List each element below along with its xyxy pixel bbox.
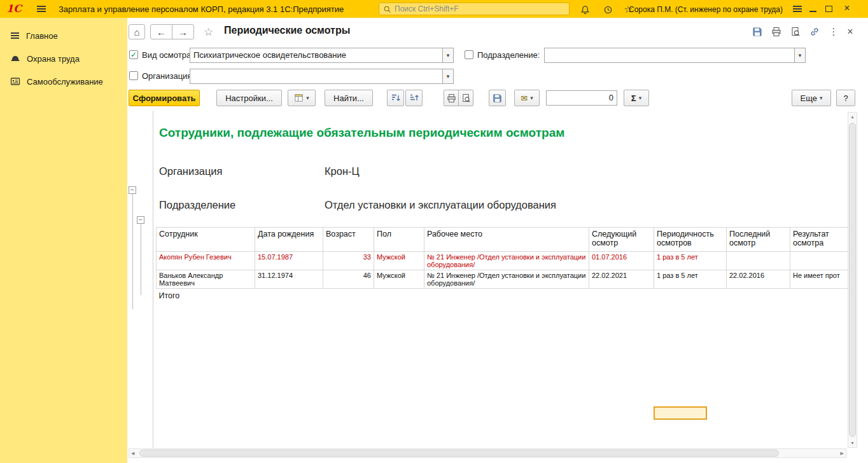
selected-cell[interactable] xyxy=(654,406,707,420)
sidebar-item-labor-safety[interactable]: Охрана труда xyxy=(0,47,127,70)
sidebar-item-self-service[interactable]: Самообслуживание xyxy=(0,70,127,93)
col-header-age[interactable]: Возраст xyxy=(323,228,374,252)
save-icon[interactable] xyxy=(751,25,764,38)
col-header-periodicity[interactable]: Периодичность осмотров xyxy=(654,228,727,252)
collapse-group-button[interactable]: − xyxy=(129,186,136,194)
scroll-left-icon[interactable]: ◀ xyxy=(131,451,134,456)
report-variants-button[interactable]: ▾ xyxy=(288,90,316,106)
forward-button[interactable]: → xyxy=(172,24,194,39)
cell-employee[interactable]: Акопян Рубен Гезевич xyxy=(157,252,255,270)
sidebar-item-label: Охрана труда xyxy=(27,54,80,64)
back-button[interactable]: ← xyxy=(150,24,172,39)
cell-next-inspection[interactable]: 22.02.2021 xyxy=(589,270,654,289)
window-minimize-button[interactable] xyxy=(809,11,816,12)
chevron-down-icon[interactable]: ▾ xyxy=(443,48,454,63)
help-button[interactable]: ? xyxy=(836,90,855,106)
organization-checkbox[interactable] xyxy=(129,71,138,80)
find-button[interactable]: Найти... xyxy=(325,90,373,106)
report-canvas: − − Сотрудники, подлежащие обязательным … xyxy=(127,111,857,448)
col-header-workplace[interactable]: Рабочее место xyxy=(424,228,589,252)
print-icon[interactable] xyxy=(770,25,783,38)
department-label: Подразделение: xyxy=(477,50,540,60)
table-row[interactable]: Ваньков Александр Матвеевич 31.12.1974 4… xyxy=(157,270,851,289)
horizontal-scrollbar-thumb[interactable] xyxy=(139,450,779,457)
cell-result[interactable]: Не имеет прот xyxy=(790,270,851,289)
envelope-icon: ✉ xyxy=(521,93,528,103)
department-combobox[interactable]: ▾ xyxy=(544,48,806,63)
table-row[interactable]: Акопян Рубен Гезевич 15.07.1987 33 Мужск… xyxy=(157,252,851,270)
print-button[interactable] xyxy=(444,90,459,106)
cell-age[interactable]: 46 xyxy=(323,270,374,289)
scroll-up-icon[interactable]: ▲ xyxy=(848,114,857,119)
horizontal-scrollbar[interactable]: ◀ ▶ xyxy=(129,448,846,458)
autosum-button[interactable]: Σ ▾ xyxy=(624,90,649,106)
department-value[interactable] xyxy=(544,48,795,63)
col-header-next-inspection[interactable]: Следующий осмотр xyxy=(589,228,654,252)
cell-workplace[interactable]: № 21 Инженер /Отдел установки и эксплуат… xyxy=(424,270,589,289)
preview-button[interactable] xyxy=(458,90,473,106)
service-menu-icon[interactable] xyxy=(793,8,802,10)
close-form-icon[interactable]: × xyxy=(844,25,857,38)
inspection-type-value[interactable]: Психиатрическое освидетельствование xyxy=(190,48,443,63)
home-button[interactable]: ⌂ xyxy=(129,24,145,39)
more-actions-icon[interactable]: ⋮ xyxy=(827,25,840,38)
col-header-employee[interactable]: Сотрудник xyxy=(157,228,255,252)
generate-button[interactable]: Сформировать xyxy=(129,90,200,106)
print-preview-icon[interactable] xyxy=(789,25,802,38)
cell-workplace[interactable]: № 21 Инженер /Отдел установки и эксплуат… xyxy=(424,252,589,270)
link-icon[interactable] xyxy=(808,25,821,38)
cell-periodicity[interactable]: 1 раз в 5 лет xyxy=(654,270,727,289)
cell-employee[interactable]: Ваньков Александр Матвеевич xyxy=(157,270,255,289)
organization-row-label[interactable]: Организация xyxy=(159,165,223,177)
sidebar-item-main[interactable]: Главное xyxy=(0,24,127,47)
window-restore-button[interactable] xyxy=(825,6,832,12)
vertical-scrollbar-thumb[interactable] xyxy=(849,123,856,437)
inspection-type-checkbox[interactable]: ✓ xyxy=(129,50,138,59)
scroll-down-icon[interactable]: ▼ xyxy=(848,441,857,445)
hamburger-menu-icon[interactable] xyxy=(37,8,46,10)
chevron-down-icon[interactable]: ▾ xyxy=(443,69,454,84)
col-header-sex[interactable]: Пол xyxy=(374,228,424,252)
send-email-button[interactable]: ✉ ▾ xyxy=(514,90,540,106)
cell-last-inspection[interactable] xyxy=(727,252,790,270)
organization-combobox[interactable]: ▾ xyxy=(190,69,454,84)
collapse-group-button[interactable]: − xyxy=(137,216,144,224)
titlebar: 1С Зарплата и управление персоналом КОРП… xyxy=(0,0,868,18)
cell-sex[interactable]: Мужской xyxy=(374,252,424,270)
inspection-type-label: Вид осмотра: xyxy=(142,50,193,60)
global-search-input[interactable]: Поиск Ctrl+Shift+F xyxy=(379,3,570,15)
cell-birth-date[interactable]: 31.12.1974 xyxy=(255,270,323,289)
sort-ascending-button[interactable] xyxy=(387,90,404,106)
col-header-birth-date[interactable]: Дата рождения xyxy=(255,228,323,252)
cell-sex[interactable]: Мужской xyxy=(374,270,424,289)
cell-last-inspection[interactable]: 22.02.2016 xyxy=(727,270,790,289)
window-close-button[interactable]: × xyxy=(841,3,853,14)
organization-row-value[interactable]: Крон-Ц xyxy=(325,165,360,177)
department-row-label[interactable]: Подразделение xyxy=(159,199,235,211)
report-area: − − Сотрудники, подлежащие обязательным … xyxy=(127,111,868,463)
department-checkbox[interactable] xyxy=(465,50,473,59)
sort-descending-button[interactable] xyxy=(405,90,423,106)
cell-birth-date[interactable]: 15.07.1987 xyxy=(255,252,323,270)
favorite-star-icon[interactable]: ☆ xyxy=(204,25,213,39)
total-label: Итого xyxy=(157,289,851,303)
group-tree-line xyxy=(132,194,133,309)
more-button[interactable]: Еще ▾ xyxy=(792,90,831,106)
scroll-right-icon[interactable]: ▶ xyxy=(841,451,844,456)
cell-age[interactable]: 33 xyxy=(323,252,374,270)
sum-counter-field[interactable]: 0 xyxy=(546,90,617,106)
notifications-bell-icon[interactable] xyxy=(579,4,591,15)
organization-value[interactable] xyxy=(190,69,443,84)
chevron-down-icon[interactable]: ▾ xyxy=(795,48,806,63)
department-row-value[interactable]: Отдел установки и эксплуатации оборудова… xyxy=(325,199,556,211)
col-header-last-inspection[interactable]: Последний осмотр xyxy=(727,228,790,252)
history-icon[interactable] xyxy=(602,4,613,15)
col-header-result[interactable]: Результат осмотра xyxy=(790,228,851,252)
cell-next-inspection[interactable]: 01.07.2016 xyxy=(589,252,654,270)
cell-periodicity[interactable]: 1 раз в 5 лет xyxy=(654,252,727,270)
save-result-button[interactable] xyxy=(489,90,506,106)
vertical-scrollbar[interactable]: ▲ ▼ xyxy=(848,112,857,448)
settings-button[interactable]: Настройки... xyxy=(216,90,282,106)
cell-result[interactable] xyxy=(790,252,851,270)
inspection-type-combobox[interactable]: Психиатрическое освидетельствование ▾ xyxy=(190,48,454,63)
